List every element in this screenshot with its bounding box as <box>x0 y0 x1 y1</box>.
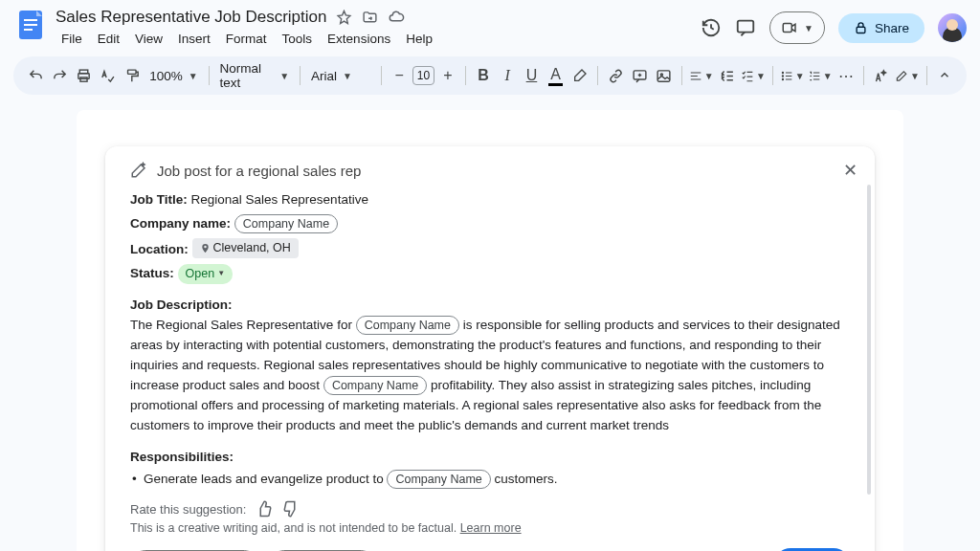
comments-icon[interactable] <box>735 17 756 38</box>
svg-rect-6 <box>857 27 865 33</box>
separator <box>926 66 927 85</box>
company-chip[interactable]: Company Name <box>323 376 427 395</box>
highlight-icon[interactable] <box>569 63 590 88</box>
separator <box>681 66 682 85</box>
share-button[interactable]: Share <box>838 13 924 43</box>
line-spacing-icon[interactable] <box>717 63 738 88</box>
svg-rect-4 <box>738 21 754 33</box>
account-avatar[interactable] <box>938 13 967 42</box>
link-icon[interactable] <box>605 63 626 88</box>
star-icon[interactable] <box>336 10 352 26</box>
learn-more-link[interactable]: Learn more <box>460 521 522 535</box>
share-label: Share <box>875 21 909 35</box>
rating-label: Rate this suggestion: <box>130 502 246 517</box>
font-size-input[interactable]: 10 <box>412 66 434 85</box>
svg-rect-12 <box>657 70 670 80</box>
separator <box>209 66 210 85</box>
document-canvas: ✕ Job post for a regional sales rep Job … <box>77 110 903 551</box>
close-icon[interactable]: ✕ <box>843 160 858 181</box>
menu-help[interactable]: Help <box>400 29 438 49</box>
checklist-icon[interactable]: ▼ <box>741 63 766 88</box>
more-icon[interactable]: ⋯ <box>835 63 857 88</box>
location-label: Location: <box>130 242 189 256</box>
menu-insert[interactable]: Insert <box>172 29 216 49</box>
responsibility-item: Generate leads and evangelize product to… <box>130 470 850 489</box>
status-chip[interactable]: Open ▼ <box>178 264 234 284</box>
add-comment-icon[interactable] <box>629 63 650 88</box>
menu-edit[interactable]: Edit <box>92 29 125 49</box>
format-paint-icon[interactable] <box>122 63 143 88</box>
title-area: Sales Representative Job Description Fil… <box>56 8 701 49</box>
scrollbar[interactable] <box>867 185 871 495</box>
location-chip[interactable]: Cleveland, OH <box>192 238 299 258</box>
print-icon[interactable] <box>74 63 95 88</box>
toolbar: 100%▼ Normal text▼ Arial▼ − 10 + B I U A… <box>13 56 967 95</box>
job-description-heading: Job Description: <box>130 298 850 312</box>
separator <box>465 66 466 85</box>
company-label: Company name: <box>130 216 231 231</box>
job-title-label: Job Title: <box>130 192 188 207</box>
company-chip[interactable]: Company Name <box>234 214 338 233</box>
spellcheck-icon[interactable] <box>98 63 119 88</box>
menu-file[interactable]: File <box>56 29 88 49</box>
separator <box>597 66 598 85</box>
ai-suggestion-card: ✕ Job post for a regional sales rep Job … <box>105 146 875 551</box>
chevron-down-icon: ▼ <box>804 23 813 33</box>
svg-rect-3 <box>24 29 33 31</box>
decrease-font-icon[interactable]: − <box>389 63 410 88</box>
docs-icon[interactable] <box>13 8 48 42</box>
svg-point-16 <box>782 78 783 79</box>
thumbs-up-icon[interactable] <box>256 500 273 518</box>
bullet-list-icon[interactable]: ▼ <box>780 63 805 88</box>
separator <box>300 66 301 85</box>
menu-tools[interactable]: Tools <box>277 29 319 49</box>
svg-rect-1 <box>24 19 37 21</box>
job-description-body: The Regional Sales Representative for Co… <box>130 316 850 436</box>
responsibilities-heading: Responsibilities: <box>130 450 850 464</box>
cloud-status-icon[interactable] <box>388 9 405 26</box>
bold-icon[interactable]: B <box>473 63 494 88</box>
company-chip[interactable]: Company Name <box>387 470 490 489</box>
status-label: Status: <box>130 266 174 280</box>
image-icon[interactable] <box>653 63 674 88</box>
menu-format[interactable]: Format <box>220 29 273 49</box>
ai-write-icon[interactable] <box>871 63 892 88</box>
underline-icon[interactable]: U <box>521 63 542 88</box>
align-icon[interactable]: ▼ <box>689 63 714 88</box>
meet-button[interactable]: ▼ <box>769 11 825 44</box>
svg-rect-10 <box>127 70 136 74</box>
pencil-sparkle-icon <box>130 162 147 179</box>
svg-rect-5 <box>783 24 791 33</box>
svg-point-14 <box>782 72 783 73</box>
svg-point-15 <box>782 75 783 76</box>
svg-rect-2 <box>24 24 37 26</box>
thumbs-down-icon[interactable] <box>282 500 300 518</box>
redo-icon[interactable] <box>49 63 70 88</box>
menu-view[interactable]: View <box>129 29 168 49</box>
italic-icon[interactable]: I <box>497 63 518 88</box>
header-actions: ▼ Share <box>701 11 967 44</box>
separator <box>772 66 773 85</box>
job-title-value: Regional Sales Representative <box>191 192 368 207</box>
zoom-select[interactable]: 100%▼ <box>145 69 201 83</box>
disclaimer-text: This is a creative writing aid, and is n… <box>130 521 850 535</box>
increase-font-icon[interactable]: + <box>437 63 458 88</box>
undo-icon[interactable] <box>25 63 46 88</box>
font-select[interactable]: Arial▼ <box>307 69 374 83</box>
collapse-icon[interactable] <box>934 63 955 88</box>
document-title[interactable]: Sales Representative Job Description <box>56 8 326 27</box>
history-icon[interactable] <box>701 17 722 38</box>
editing-mode-icon[interactable]: ▼ <box>895 63 920 88</box>
number-list-icon[interactable]: ▼ <box>808 63 833 88</box>
style-select[interactable]: Normal text▼ <box>216 61 294 90</box>
separator <box>381 66 382 85</box>
separator <box>863 66 864 85</box>
move-folder-icon[interactable] <box>362 10 378 26</box>
menu-extensions[interactable]: Extensions <box>322 29 396 49</box>
text-color-icon[interactable]: A <box>546 63 567 88</box>
app-header: Sales Representative Job Description Fil… <box>0 0 980 49</box>
menu-bar: File Edit View Insert Format Tools Exten… <box>56 29 701 49</box>
company-chip[interactable]: Company Name <box>356 316 459 335</box>
ai-prompt-text: Job post for a regional sales rep <box>157 163 361 179</box>
